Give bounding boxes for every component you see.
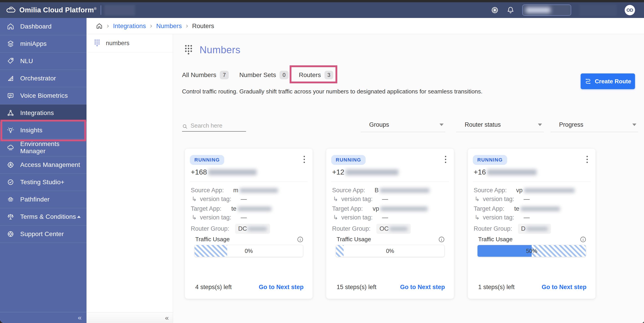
status-badge: RUNNING xyxy=(190,155,224,165)
traffic-usage-row: Traffic Usage xyxy=(195,236,304,243)
screenshot-stage: Omilia Cloud Platform® OD xyxy=(0,0,644,323)
go-to-next-step-link[interactable]: Go to Next step xyxy=(542,284,586,291)
breadcrumb-link-integrations[interactable]: Integrations xyxy=(113,22,146,30)
sidebar-item-pathfinder[interactable]: Pathfinder xyxy=(0,191,86,208)
sidebar-item-integrations[interactable]: Integrations xyxy=(0,104,86,122)
tab-count-badge: 3 xyxy=(324,71,333,79)
version-tag-row: ↳version tag:— xyxy=(192,214,247,221)
sidebar-item-access-management[interactable]: Access Management xyxy=(0,156,86,174)
dots-grid-icon xyxy=(184,44,193,56)
breadcrumb: › Integrations › Numbers › Routers xyxy=(86,18,644,34)
progress-dropdown[interactable]: Progress xyxy=(550,119,638,132)
topbar-actions: OD xyxy=(491,4,644,16)
panel-item-label: numbers xyxy=(106,40,130,47)
sidebar-item-label: Dashboard xyxy=(20,23,52,30)
org-selector[interactable] xyxy=(522,4,571,16)
traffic-progress-bar: 50% xyxy=(477,245,586,257)
panel-item-numbers[interactable]: numbers xyxy=(86,34,173,52)
brightness-icon[interactable] xyxy=(491,6,499,14)
create-route-label: Create Route xyxy=(595,78,631,85)
traffic-usage-label: Traffic Usage xyxy=(478,236,512,243)
traffic-usage-label: Traffic Usage xyxy=(336,236,371,243)
create-route-button[interactable]: Create Route xyxy=(581,74,635,89)
panel-collapse-button[interactable]: « xyxy=(86,312,173,323)
sidebar-item-testing-studio[interactable]: Testing Studio+ xyxy=(0,174,86,191)
logo[interactable]: Omilia Cloud Platform® xyxy=(0,6,96,14)
router-status-dropdown[interactable]: Router status xyxy=(456,119,544,132)
chevron-down-icon xyxy=(632,124,636,126)
tab-label: Number Sets xyxy=(239,72,276,78)
redacted-topbar-region xyxy=(579,4,617,16)
sidebar-item-miniapps[interactable]: miniApps xyxy=(0,35,86,52)
source-app-row: Source App:m xyxy=(191,187,278,194)
page-description: Control traffic routing. Gradually shift… xyxy=(182,88,482,95)
info-icon[interactable] xyxy=(580,236,586,243)
search-field xyxy=(182,119,246,132)
traffic-usage-row: Traffic Usage xyxy=(478,236,586,243)
home-icon xyxy=(7,23,14,30)
tab-label: Routers xyxy=(299,72,321,78)
router-group-row: Router Group:DC xyxy=(191,224,270,234)
version-tag-row: ↳version tag:— xyxy=(192,196,247,202)
sidebar-item-dashboard[interactable]: Dashboard xyxy=(0,18,86,35)
page-title: Numbers xyxy=(200,44,240,56)
redacted-phone xyxy=(487,169,536,175)
breadcrumb-separator: › xyxy=(150,22,152,30)
redacted-phone xyxy=(208,169,256,175)
sidebar-item-terms-conditions[interactable]: Terms & Conditions xyxy=(0,208,86,226)
tab-routers[interactable]: Routers 3 xyxy=(299,70,333,80)
notifications-bell-icon[interactable] xyxy=(506,6,514,14)
sidebar-item-label: Environments Manager xyxy=(20,140,86,155)
target-app-row: Target App:te xyxy=(474,205,560,212)
dropdown-label: Router status xyxy=(465,121,501,128)
phone-number: +16 xyxy=(474,168,536,176)
cloud-stack-icon xyxy=(7,144,14,152)
groups-dropdown[interactable]: Groups xyxy=(361,119,445,132)
kebab-menu-icon[interactable] xyxy=(443,154,448,164)
main-content: Numbers All Numbers 7 Number Sets 0 Rout… xyxy=(173,34,644,323)
search-input[interactable] xyxy=(190,122,246,130)
kebab-menu-icon[interactable] xyxy=(584,154,590,164)
redacted-app-name xyxy=(380,188,430,193)
breadcrumb-link-numbers[interactable]: Numbers xyxy=(156,22,182,30)
redacted-app-name xyxy=(380,207,428,211)
sidebar-item-label: Pathfinder xyxy=(20,196,50,203)
router-group-pill: DC xyxy=(235,224,270,234)
home-breadcrumb-icon[interactable] xyxy=(96,23,103,30)
go-to-next-step-link[interactable]: Go to Next step xyxy=(400,284,445,291)
status-badge: RUNNING xyxy=(473,155,507,165)
tab-count-badge: 0 xyxy=(280,71,288,79)
tab-all-numbers[interactable]: All Numbers 7 xyxy=(182,70,229,80)
card-divider xyxy=(473,182,590,182)
sidebar-item-orchestrator[interactable]: Orchestrator xyxy=(0,70,86,87)
search-icon xyxy=(182,124,188,130)
sidebar-item-nlu[interactable]: NLU xyxy=(0,52,86,70)
redacted-app-name xyxy=(524,188,574,193)
sidebar-item-insights[interactable]: Insights xyxy=(0,122,86,139)
kebab-menu-icon[interactable] xyxy=(301,154,307,164)
info-icon[interactable] xyxy=(438,236,445,243)
sidebar-item-label: Terms & Conditions xyxy=(20,213,76,220)
router-group-row: Router Group:OC xyxy=(332,224,411,234)
card-footer: 4 steps(s) left Go to Next step xyxy=(195,284,304,291)
sidebar-item-support-center[interactable]: Support Center xyxy=(0,226,86,243)
caret-up-icon[interactable] xyxy=(77,216,81,218)
cloud-logo-icon xyxy=(6,6,16,14)
sidebar-item-environments-manager[interactable]: Environments Manager xyxy=(0,139,86,156)
info-icon[interactable] xyxy=(297,236,304,243)
sidebar-item-label: Integrations xyxy=(20,110,54,116)
dots-grid-icon xyxy=(94,39,100,48)
sidebar-collapse-button[interactable]: « xyxy=(0,312,86,323)
traffic-usage-label: Traffic Usage xyxy=(195,236,230,243)
user-avatar[interactable]: OD xyxy=(625,5,635,15)
sidebar-item-label: Orchestrator xyxy=(20,75,56,82)
sidebar-item-label: Testing Studio+ xyxy=(20,178,64,186)
primary-sidebar: Dashboard miniApps NLU Orchestrator Voic… xyxy=(0,18,86,323)
traffic-usage-row: Traffic Usage xyxy=(336,236,445,243)
redacted-phone xyxy=(346,169,398,175)
tab-number-sets[interactable]: Number Sets 0 xyxy=(239,70,288,80)
sidebar-item-voice-biometrics[interactable]: Voice Biometrics xyxy=(0,87,86,104)
voice-bubble-icon xyxy=(7,92,14,100)
go-to-next-step-link[interactable]: Go to Next step xyxy=(259,284,304,291)
version-tag-row: ↳version tag:— xyxy=(333,196,388,202)
